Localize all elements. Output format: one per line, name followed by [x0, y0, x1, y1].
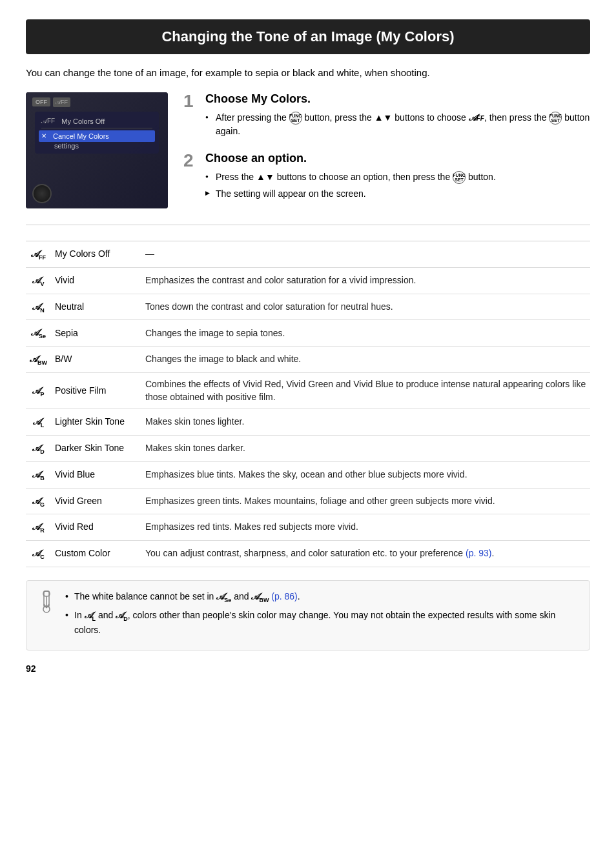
page-number: 92 — [26, 663, 590, 674]
desc-cell: Changes the image to black and white. — [141, 347, 590, 373]
table-row: 𝒜C Custom Color You can adjust contrast,… — [26, 541, 590, 567]
table-row: 𝒜R Vivid Red Emphasizes red tints. Makes… — [26, 514, 590, 541]
desc-cell: Emphasizes blue tints. Makes the sky, oc… — [141, 461, 590, 488]
table-row: 𝒜L Lighter Skin Tone Makes skin tones li… — [26, 409, 590, 436]
func-set-button-icon: FUNCSET — [289, 112, 302, 125]
step-1-heading: Choose My Colors. — [205, 92, 590, 106]
desc-cell: Makes skin tones darker. — [141, 435, 590, 461]
icon-cell: 𝒜FF — [26, 241, 51, 268]
table-row: 𝒜G Vivid Green Emphasizes green tints. M… — [26, 488, 590, 514]
desc-cell: Tones down the contrast and color satura… — [141, 294, 590, 320]
desc-cell: You can adjust contrast, sharpness, and … — [141, 541, 590, 567]
table-row: 𝒜D Darker Skin Tone Makes skin tones dar… — [26, 435, 590, 461]
intro-text: You can change the tone of an image, for… — [26, 66, 590, 81]
note-item-1: The white balance cannot be set in 𝒜Se a… — [65, 590, 579, 605]
icon-cell: 𝒜V — [26, 267, 51, 294]
name-cell: My Colors Off — [51, 241, 141, 268]
icon-cell: 𝒜Se — [26, 320, 51, 347]
table-row: 𝒜FF My Colors Off — — [26, 241, 590, 268]
desc-cell: Combines the effects of Vivid Red, Vivid… — [141, 373, 590, 409]
func-set-button-icon-3: FUNCSET — [453, 171, 466, 184]
notes-section: The white balance cannot be set in 𝒜Se a… — [26, 580, 590, 651]
page-title: Changing the Tone of an Image (My Colors… — [26, 19, 590, 54]
step-2-bullet-1: Press the ▲▼ buttons to choose an option… — [205, 170, 496, 184]
icon-cell: 𝒜BW — [26, 347, 51, 373]
notes-list: The white balance cannot be set in 𝒜Se a… — [65, 590, 579, 641]
step-1: 1 Choose My Colors. After pressing the F… — [183, 92, 590, 141]
icon-cell: 𝒜C — [26, 541, 51, 567]
icon-cell: 𝒜D — [26, 435, 51, 461]
table-row: 𝒜N Neutral Tones down the contrast and c… — [26, 294, 590, 320]
func-set-button-icon-2: FUNCSET — [549, 112, 562, 125]
name-cell: Vivid Red — [51, 514, 141, 541]
icon-cell: 𝒜B — [26, 461, 51, 488]
table-row: 𝒜BW B/W Changes the image to black and w… — [26, 347, 590, 373]
table-row: 𝒜B Vivid Blue Emphasizes blue tints. Mak… — [26, 461, 590, 488]
note-icon — [37, 590, 56, 641]
icon-cell: 𝒜P — [26, 373, 51, 409]
step-1-number: 1 — [183, 92, 198, 110]
step-2-bullet-2: The setting will appear on the screen. — [205, 187, 496, 201]
name-cell: Vivid Blue — [51, 461, 141, 488]
desc-cell: — — [141, 241, 590, 268]
step-2: 2 Choose an option. Press the ▲▼ buttons… — [183, 152, 590, 204]
note-item-2: In 𝒜L and 𝒜D, colors other than people's… — [65, 609, 579, 637]
steps-section: 1 Choose My Colors. After pressing the F… — [183, 92, 590, 215]
name-cell: Vivid Green — [51, 488, 141, 514]
desc-cell: Emphasizes the contrast and color satura… — [141, 267, 590, 294]
name-cell: Positive Film — [51, 373, 141, 409]
step-1-bullet-1: After pressing the FUNCSET button, press… — [205, 111, 590, 138]
name-cell: Sepia — [51, 320, 141, 347]
options-table: 𝒜FF My Colors Off — 𝒜V Vivid Emphasizes … — [26, 241, 590, 567]
desc-cell: Emphasizes red tints. Makes red subjects… — [141, 514, 590, 541]
desc-cell: Makes skin tones lighter. — [141, 409, 590, 436]
camera-image: OFF 𝒜FF 𝒜FF My Colors Off ✕ Cancel My Co… — [26, 92, 168, 208]
icon-cell: 𝒜R — [26, 514, 51, 541]
desc-cell: Emphasizes green tints. Makes mountains,… — [141, 488, 590, 514]
desc-cell: Changes the image to sepia tones. — [141, 320, 590, 347]
table-row: 𝒜Se Sepia Changes the image to sepia ton… — [26, 320, 590, 347]
name-cell: Custom Color — [51, 541, 141, 567]
name-cell: Vivid — [51, 267, 141, 294]
name-cell: Lighter Skin Tone — [51, 409, 141, 436]
name-cell: B/W — [51, 347, 141, 373]
name-cell: Neutral — [51, 294, 141, 320]
icon-cell: 𝒜N — [26, 294, 51, 320]
name-cell: Darker Skin Tone — [51, 435, 141, 461]
icon-cell: 𝒜L — [26, 409, 51, 436]
icon-cell: 𝒜G — [26, 488, 51, 514]
step-2-heading: Choose an option. — [205, 152, 496, 165]
table-row: 𝒜P Positive Film Combines the effects of… — [26, 373, 590, 409]
table-row: 𝒜V Vivid Emphasizes the contrast and col… — [26, 267, 590, 294]
step-2-number: 2 — [183, 152, 198, 170]
